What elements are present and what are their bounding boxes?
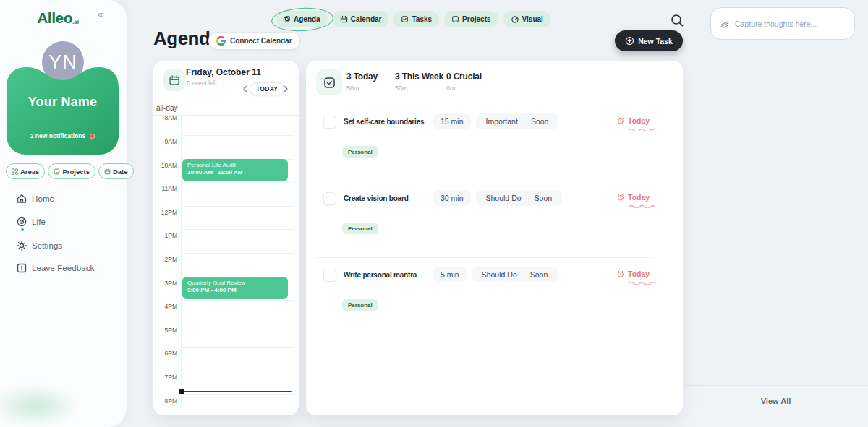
plus-circle-icon <box>625 36 634 46</box>
task-tag[interactable]: Personal <box>342 299 378 311</box>
hour-label: 4PM <box>153 303 177 310</box>
sidebar-item-leave-feedback[interactable]: Leave Feedback <box>0 262 127 274</box>
tab-projects[interactable]: Projects <box>444 11 498 27</box>
new-task-button[interactable]: New Task <box>615 30 683 51</box>
calendar-events-left: 0 event left <box>187 79 217 87</box>
collapse-sidebar-icon[interactable]: « <box>98 9 103 20</box>
chevron-right-icon[interactable] <box>281 85 290 93</box>
task-row: Write personal mantra 5 min Should Do So… <box>306 269 683 345</box>
tab-agenda[interactable]: Agenda <box>276 11 328 27</box>
task-title[interactable]: Set self-care boundaries <box>344 117 424 127</box>
tab-tasks[interactable]: Tasks <box>393 11 439 27</box>
hour-gridline <box>181 206 294 207</box>
alarm-icon <box>616 193 625 202</box>
due-underline <box>628 281 655 285</box>
hour-gridline <box>181 394 294 395</box>
task-checkbox[interactable] <box>323 192 336 205</box>
notification-dot <box>90 134 95 139</box>
task-tag[interactable]: Personal <box>342 223 378 234</box>
tab-calendar-label: Calendar <box>351 15 382 23</box>
hour-label: 2PM <box>153 256 177 263</box>
task-priority-pill[interactable]: Important Soon <box>476 113 559 129</box>
chevron-left-icon[interactable] <box>241 85 250 93</box>
new-task-label: New Task <box>638 37 673 46</box>
hour-label: 6PM <box>153 350 177 357</box>
view-tab-projects[interactable]: Projects <box>48 163 95 179</box>
task-divider <box>316 181 655 181</box>
stat-this-week-duration: 50m <box>395 85 443 92</box>
hour-label: 1PM <box>153 232 177 239</box>
event-time: 3:00 PM - 4:00 PM <box>187 287 283 294</box>
search-icon[interactable] <box>670 13 684 27</box>
projects-box-icon <box>54 168 60 175</box>
stat-crucial: 0 Crucial 0m <box>446 72 482 92</box>
task-duration-pill[interactable]: 5 min <box>433 267 467 282</box>
tab-visual[interactable]: Visual <box>503 11 550 27</box>
task-tag[interactable]: Personal <box>342 146 378 158</box>
task-duration-pill[interactable]: 15 min <box>433 113 471 129</box>
capture-thoughts-input[interactable] <box>735 20 846 28</box>
connect-calendar-button[interactable]: Connect Calendar <box>208 32 300 50</box>
gear-icon <box>16 240 27 251</box>
task-due[interactable]: Today <box>616 193 650 202</box>
task-divider <box>316 257 655 258</box>
google-icon <box>216 36 226 46</box>
tasks-check-icon <box>316 69 342 95</box>
agenda-calendar-panel: Friday, October 11 0 event left TODAY 8A… <box>153 61 299 415</box>
hour-gridline <box>181 135 294 136</box>
hour-gridline <box>181 253 294 254</box>
connect-calendar-label: Connect Calendar <box>230 37 292 45</box>
task-duration-pill[interactable]: 30 min <box>433 190 471 206</box>
due-underline <box>628 204 655 208</box>
agenda-icon <box>283 15 291 23</box>
today-button[interactable]: TODAY <box>250 82 284 95</box>
areas-grid-icon <box>12 168 18 175</box>
sidebar-item-label: Home <box>32 194 54 203</box>
current-time-dot <box>179 389 184 394</box>
sidebar: Alleo.ai « YN Your Name 2 new notificati… <box>0 0 127 427</box>
sidebar-item-settings[interactable]: Settings <box>0 240 127 251</box>
feedback-icon <box>16 262 27 274</box>
task-due[interactable]: Today <box>616 269 650 278</box>
notifications[interactable]: 2 new notifications <box>7 132 119 139</box>
calendar-event[interactable]: Personal Life Audit 10:00 AM - 11:00 AM <box>182 159 288 181</box>
tab-calendar[interactable]: Calendar <box>333 11 389 27</box>
stat-this-week: 3 This Week 50m <box>395 72 443 92</box>
hour-gridline <box>181 324 294 324</box>
tab-agenda-label: Agenda <box>294 15 320 23</box>
view-tab-areas[interactable]: Areas <box>6 163 45 179</box>
life-target-icon <box>16 216 27 228</box>
tab-visual-label: Visual <box>522 15 543 23</box>
task-due[interactable]: Today <box>616 116 650 125</box>
sidebar-item-life[interactable]: Life <box>0 216 127 228</box>
active-section-dot <box>21 228 24 231</box>
hour-label: 12PM <box>153 209 177 216</box>
profile-card: Your Name 2 new notifications <box>7 63 119 155</box>
calendar-date-icon <box>163 69 185 91</box>
task-checkbox[interactable] <box>323 116 336 129</box>
task-priority-pill[interactable]: Should Do Soon <box>476 190 563 206</box>
task-title[interactable]: Create vision board <box>344 194 409 204</box>
decorative-glow <box>0 386 80 426</box>
hour-label: 10AM <box>153 162 177 169</box>
task-checkbox[interactable] <box>323 269 336 282</box>
stat-today-duration: 50m <box>346 85 378 92</box>
view-tab-date[interactable]: Date <box>98 163 134 179</box>
top-navigation: Agenda Calendar Tasks <box>276 11 550 27</box>
home-icon <box>16 193 27 204</box>
task-title[interactable]: Write personal mantra <box>344 270 417 280</box>
calendar-event[interactable]: Quarterly Goal Review 3:00 PM - 4:00 PM <box>182 277 288 299</box>
hour-gridline <box>181 300 294 301</box>
hour-label: 3PM <box>153 280 177 287</box>
all-day-label: all-day <box>156 104 177 112</box>
sidebar-item-home[interactable]: Home <box>0 193 127 204</box>
stat-today: 3 Today 50m <box>346 72 378 92</box>
view-all-link[interactable]: View All <box>684 397 868 405</box>
tab-tasks-label: Tasks <box>412 15 432 23</box>
tasks-icon <box>401 15 409 23</box>
visual-icon <box>511 15 519 24</box>
task-priority-pill[interactable]: Should Do Soon <box>472 267 558 282</box>
hour-label: 5PM <box>153 327 177 334</box>
capture-thoughts-box[interactable] <box>710 7 855 40</box>
event-time: 10:00 AM - 11:00 AM <box>187 169 283 176</box>
